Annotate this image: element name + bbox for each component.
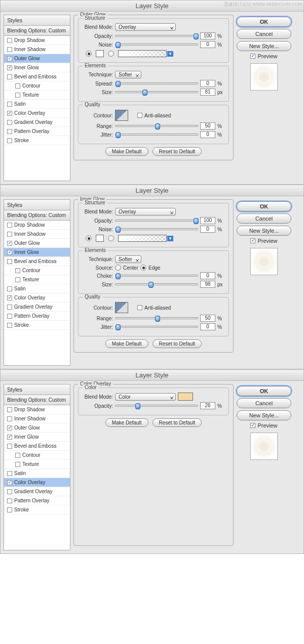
style-item-stroke[interactable]: Stroke bbox=[4, 321, 70, 330]
jitter-input[interactable]: 0 bbox=[200, 131, 215, 138]
checkbox-icon[interactable] bbox=[250, 54, 255, 59]
style-item-inner-shadow[interactable]: Inner Shadow bbox=[4, 45, 70, 54]
opacity-input[interactable]: 26 bbox=[200, 402, 215, 409]
style-item-contour[interactable]: Contour bbox=[4, 81, 70, 91]
style-item-inner-glow[interactable]: Inner Glow bbox=[4, 433, 70, 442]
noise-slider[interactable] bbox=[115, 228, 198, 230]
style-item-inner-shadow[interactable]: Inner Shadow bbox=[4, 414, 70, 423]
checkbox-icon[interactable] bbox=[7, 223, 12, 228]
jitter-input[interactable]: 0 bbox=[200, 323, 215, 330]
opacity-input[interactable]: 100 bbox=[200, 217, 215, 224]
checkbox-icon[interactable] bbox=[15, 93, 20, 98]
checkbox-icon[interactable] bbox=[7, 498, 12, 503]
checkbox-icon[interactable] bbox=[250, 238, 255, 243]
style-item-color-overlay[interactable]: Color Overlay bbox=[4, 109, 70, 118]
checkbox-icon[interactable] bbox=[7, 74, 12, 79]
style-item-contour[interactable]: Contour bbox=[4, 451, 70, 460]
color-radio[interactable] bbox=[86, 51, 92, 57]
opacity-slider[interactable] bbox=[115, 220, 198, 222]
checkbox-icon[interactable] bbox=[15, 83, 20, 89]
size-input[interactable]: 81 bbox=[200, 89, 215, 96]
checkbox-icon[interactable] bbox=[7, 259, 12, 264]
checkbox-icon[interactable] bbox=[7, 435, 12, 440]
make-default-button[interactable]: Make Default bbox=[105, 339, 148, 348]
gradient-swatch[interactable] bbox=[118, 50, 167, 57]
style-item-stroke[interactable]: Stroke bbox=[4, 136, 70, 145]
new-style-button[interactable]: New Style... bbox=[237, 226, 291, 236]
cancel-button[interactable]: Cancel bbox=[237, 29, 291, 39]
style-item-satin[interactable]: Satin bbox=[4, 100, 70, 109]
contour-swatch[interactable] bbox=[115, 302, 128, 313]
checkbox-icon[interactable] bbox=[7, 425, 12, 431]
checkbox-icon[interactable] bbox=[7, 65, 12, 70]
blend-mode-select[interactable]: Overlay bbox=[115, 208, 176, 216]
style-item-inner-shadow[interactable]: Inner Shadow bbox=[4, 230, 70, 239]
style-item-drop-shadow[interactable]: Drop Shadow bbox=[4, 405, 70, 414]
blending-options[interactable]: Blending Options: Custom bbox=[4, 395, 70, 405]
checkbox-icon[interactable] bbox=[15, 453, 20, 458]
style-item-inner-glow[interactable]: Inner Glow bbox=[4, 248, 70, 257]
style-item-outer-glow[interactable]: Outer Glow bbox=[4, 54, 70, 63]
styles-header[interactable]: Styles bbox=[4, 384, 70, 395]
range-input[interactable]: 50 bbox=[200, 315, 215, 322]
checkbox-icon[interactable] bbox=[7, 507, 12, 512]
technique-select[interactable]: Softer bbox=[115, 71, 141, 78]
checkbox-icon[interactable] bbox=[7, 102, 12, 107]
gradient-swatch[interactable] bbox=[118, 235, 167, 242]
checkbox-icon[interactable] bbox=[7, 38, 12, 43]
spread-slider[interactable] bbox=[115, 82, 198, 84]
styles-header[interactable]: Styles bbox=[4, 15, 70, 26]
checkbox-icon[interactable] bbox=[15, 462, 20, 467]
gradient-radio[interactable] bbox=[108, 51, 114, 57]
style-item-satin[interactable]: Satin bbox=[4, 284, 70, 293]
color-radio[interactable] bbox=[86, 235, 92, 241]
checkbox-icon[interactable] bbox=[15, 268, 20, 273]
technique-select[interactable]: Softer bbox=[115, 255, 141, 263]
style-item-outer-glow[interactable]: Outer Glow bbox=[4, 239, 70, 248]
jitter-slider[interactable] bbox=[115, 326, 198, 328]
style-item-texture[interactable]: Texture bbox=[4, 91, 70, 100]
preview-toggle[interactable]: Preview bbox=[237, 53, 291, 59]
checkbox-icon[interactable] bbox=[7, 232, 12, 237]
ok-button[interactable]: OK bbox=[237, 201, 291, 211]
checkbox-icon[interactable] bbox=[7, 444, 12, 449]
checkbox-icon[interactable] bbox=[7, 323, 12, 328]
size-slider[interactable] bbox=[115, 91, 198, 93]
style-item-pattern-overlay[interactable]: Pattern Overlay bbox=[4, 496, 70, 505]
style-item-outer-glow[interactable]: Outer Glow bbox=[4, 423, 70, 433]
style-item-stroke[interactable]: Stroke bbox=[4, 505, 70, 514]
source-edge-radio[interactable] bbox=[140, 265, 146, 271]
checkbox-icon[interactable] bbox=[250, 423, 255, 428]
choke-slider[interactable] bbox=[115, 275, 198, 277]
checkbox-icon[interactable] bbox=[7, 241, 12, 246]
noise-input[interactable]: 0 bbox=[200, 226, 215, 233]
reset-default-button[interactable]: Reset to Default bbox=[153, 147, 202, 156]
checkbox-icon[interactable] bbox=[7, 47, 12, 52]
anti-aliased-checkbox[interactable] bbox=[137, 305, 142, 310]
make-default-button[interactable]: Make Default bbox=[105, 418, 148, 427]
style-item-contour[interactable]: Contour bbox=[4, 266, 70, 275]
checkbox-icon[interactable] bbox=[15, 277, 20, 282]
contour-swatch[interactable] bbox=[115, 110, 128, 121]
style-item-bevel-and-emboss[interactable]: Bevel and Emboss bbox=[4, 257, 70, 266]
choke-input[interactable]: 0 bbox=[200, 272, 215, 279]
source-center-radio[interactable] bbox=[115, 265, 121, 271]
gradient-radio[interactable] bbox=[108, 235, 114, 241]
size-slider[interactable] bbox=[115, 283, 198, 285]
checkbox-icon[interactable] bbox=[7, 295, 12, 300]
size-input[interactable]: 98 bbox=[200, 281, 215, 288]
reset-default-button[interactable]: Reset to Default bbox=[153, 418, 202, 427]
checkbox-icon[interactable] bbox=[7, 480, 12, 485]
style-item-texture[interactable]: Texture bbox=[4, 460, 70, 469]
style-item-bevel-and-emboss[interactable]: Bevel and Emboss bbox=[4, 442, 70, 451]
checkbox-icon[interactable] bbox=[7, 56, 12, 61]
blend-mode-select[interactable]: Overlay bbox=[115, 23, 176, 31]
range-input[interactable]: 50 bbox=[200, 122, 215, 130]
style-item-drop-shadow[interactable]: Drop Shadow bbox=[4, 221, 70, 230]
checkbox-icon[interactable] bbox=[7, 407, 12, 412]
opacity-slider[interactable] bbox=[115, 405, 198, 407]
style-item-color-overlay[interactable]: Color Overlay bbox=[4, 293, 70, 303]
checkbox-icon[interactable] bbox=[7, 305, 12, 310]
checkbox-icon[interactable] bbox=[7, 250, 12, 255]
style-item-gradient-overlay[interactable]: Gradient Overlay bbox=[4, 487, 70, 496]
